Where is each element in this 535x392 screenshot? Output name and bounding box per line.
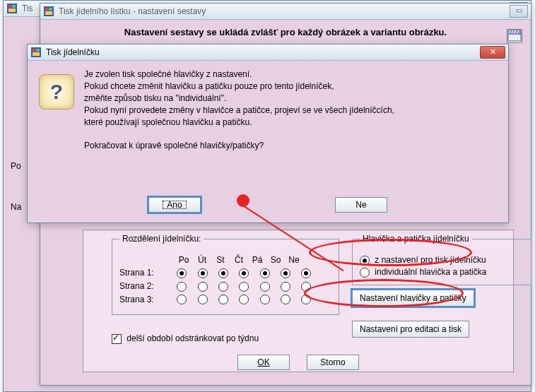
row-label: Strana 3: [119, 295, 170, 304]
radio[interactable] [260, 282, 270, 292]
btn-edit-row: Nastavení pro editaci a tisk [352, 321, 469, 338]
checkbox-row: delší období odstránkovat po týdnu [112, 333, 259, 344]
dialog-titlebar: Tisk jídelníčku ✕ [28, 44, 508, 61]
app-icon [30, 47, 42, 58]
radio[interactable] [239, 295, 249, 304]
confirm-dialog: Tisk jídelníčku ✕ ? Je zvolen tisk spole… [27, 44, 509, 223]
radio[interactable] [218, 268, 228, 278]
opt-individualni[interactable]: individuální hlavička a patička [360, 267, 524, 278]
svg-rect-17 [33, 52, 40, 56]
main-titlebar: Tisk jídelního lístku - nastavení sestav… [40, 4, 531, 20]
svg-rect-1 [8, 5, 11, 8]
radio[interactable] [218, 282, 228, 292]
schedule-row-2: Strana 2: [119, 281, 331, 292]
ne-button[interactable]: Ne [335, 197, 387, 213]
ano-button[interactable]: Ano [148, 197, 201, 213]
radio[interactable] [281, 268, 290, 278]
svg-rect-15 [33, 49, 35, 52]
radio[interactable] [198, 268, 208, 278]
dialog-message: Je zvolen tisk společné hlavičky z nasta… [84, 69, 494, 152]
schedule-row-1: Strana 1: [119, 268, 331, 278]
question-icon: ? [39, 74, 74, 109]
radio[interactable] [360, 268, 370, 278]
banner: Nastavení sestavy se ukládá zvlášť pro k… [40, 20, 531, 42]
row-label: Strana 1: [119, 268, 170, 278]
schedule-group: Rozdělení jídelníčku: PoÚtStČtPáSoNe Str… [112, 239, 339, 315]
annotation-ellipse-opt1 [309, 239, 472, 266]
app-icon [6, 3, 18, 14]
main-title: Tisk jídelního lístku - nastavení sestav… [59, 6, 510, 16]
opt-label: individuální hlavička a patička [375, 267, 486, 277]
radio[interactable] [198, 295, 208, 304]
ok-button[interactable]: OK [237, 355, 290, 370]
annotation-ellipse-btn [304, 279, 464, 307]
dialog-title: Tisk jídelníčku [46, 47, 480, 57]
checkbox-label: delší období odstránkovat po týdnu [127, 333, 259, 343]
week-checkbox[interactable] [112, 334, 122, 344]
radio[interactable] [177, 268, 187, 278]
bottom-buttons: OK Storno [237, 355, 359, 370]
btn-nastaveni-edit[interactable]: Nastavení pro editaci a tisk [352, 321, 469, 338]
clapper-icon[interactable] [507, 29, 522, 43]
app-icon [43, 6, 54, 17]
close-icon[interactable]: ✕ [480, 46, 505, 59]
radio[interactable] [239, 268, 249, 278]
radio[interactable] [177, 295, 187, 304]
radio[interactable] [177, 282, 187, 292]
days-header: PoÚtStČtPáSoNe [175, 255, 331, 265]
radio[interactable] [260, 268, 270, 278]
radio[interactable] [260, 295, 270, 304]
row-label: Strana 2: [119, 281, 170, 291]
svg-rect-7 [45, 11, 52, 15]
schedule-legend: Rozdělení jídelníčku: [119, 234, 204, 244]
po-label: Po [11, 161, 21, 171]
svg-rect-2 [12, 5, 16, 8]
dialog-buttons: Ano Ne [28, 197, 508, 213]
radio[interactable] [239, 282, 249, 292]
radio[interactable] [301, 268, 311, 278]
svg-rect-8 [508, 34, 521, 41]
main-box-icon[interactable]: ▭ [510, 5, 528, 18]
svg-rect-3 [8, 8, 16, 12]
schedule-row-3: Strana 3: [119, 295, 331, 305]
svg-rect-6 [49, 8, 52, 11]
radio[interactable] [281, 282, 290, 292]
radio[interactable] [218, 295, 228, 304]
svg-rect-16 [36, 49, 40, 52]
storno-button[interactable]: Storno [307, 355, 359, 370]
svg-rect-5 [45, 8, 48, 11]
radio[interactable] [198, 282, 208, 292]
radio[interactable] [281, 295, 290, 304]
na-label: Na [11, 202, 21, 212]
